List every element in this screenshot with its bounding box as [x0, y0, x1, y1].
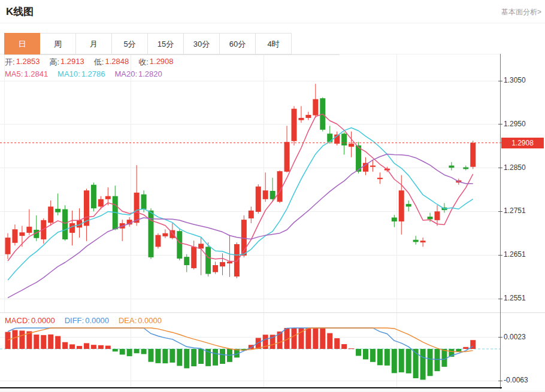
tab-15分[interactable]: 15分	[148, 33, 184, 54]
macd-readout: MACD:0.0000DIFF:0.0000DEA:0.0000	[5, 316, 162, 325]
tab-4时[interactable]: 4时	[256, 33, 292, 54]
legend-item: 高:1.2913	[49, 57, 84, 68]
legend-item: MACD:0.0000	[5, 316, 55, 325]
legend-item: MA5:1.2841	[5, 69, 48, 78]
page-title: K线图	[6, 5, 34, 19]
ohlc-readout: 开:1.2853高:1.2913低:1.2848收:1.2908	[5, 57, 174, 68]
fundamental-analysis-link[interactable]: 基本面分析>	[501, 7, 541, 17]
tab-30分[interactable]: 30分	[184, 33, 220, 54]
price-axis-label: 1.2950	[504, 120, 526, 128]
tab-5分[interactable]: 5分	[112, 33, 148, 54]
legend-item: MA20:1.2820	[114, 69, 162, 78]
legend-item: 低:1.2848	[94, 57, 129, 68]
kline-widget: K线图 基本面分析> 日周月5分15分30分60分4时 开:1.2853高:1.…	[0, 0, 545, 392]
macd-axis-label: -0.0063	[504, 376, 528, 384]
price-axis-label: 1.3050	[504, 76, 526, 84]
price-axis-label: 1.2751	[504, 206, 526, 215]
legend-item: DEA:0.0000	[119, 316, 162, 325]
current-price-badge: 1.2908	[501, 138, 544, 148]
tab-月[interactable]: 月	[76, 33, 112, 54]
macd-axis-label: 0.0023	[504, 333, 526, 341]
header-divider	[0, 23, 545, 23]
price-axis-label: 1.2850	[504, 163, 526, 172]
legend-item: MA10:1.2786	[57, 69, 105, 78]
tab-日[interactable]: 日	[4, 33, 40, 54]
ma-readout: MA5:1.2841MA10:1.2786MA20:1.2820	[5, 69, 162, 78]
timeframe-tabs: 日周月5分15分30分60分4时	[4, 33, 292, 54]
macd-histogram	[5, 328, 476, 380]
candlestick-series	[5, 84, 476, 278]
price-axis-label: 1.2651	[504, 250, 526, 259]
tab-周[interactable]: 周	[40, 33, 76, 54]
price-axis-label: 1.2551	[504, 294, 526, 302]
legend-item: 开:1.2853	[5, 57, 40, 68]
legend-item: 收:1.2908	[138, 57, 173, 68]
tab-60分[interactable]: 60分	[220, 33, 256, 54]
legend-item: DIFF:0.0000	[65, 316, 109, 325]
